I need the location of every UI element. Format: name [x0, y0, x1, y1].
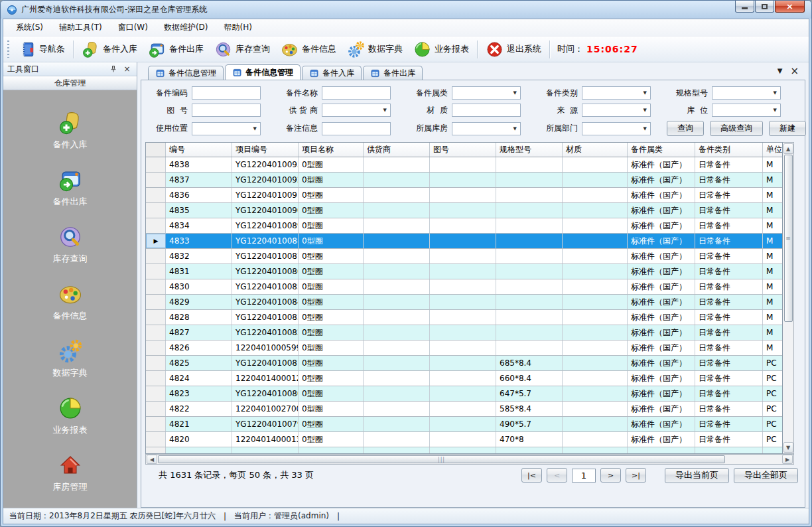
table-row[interactable]: 482012204014000130型圈470*8标准件（国产）日常备件PC	[146, 432, 782, 447]
sidebar-item-spare-out[interactable]: 备件出库	[53, 167, 88, 208]
column-header-spec[interactable]: 规格型号	[496, 143, 563, 157]
export-all-pages-button[interactable]: 导出全部页	[734, 468, 798, 483]
table-row[interactable]: 4827YG122040100820型圈标准件（国产）日常备件M	[146, 325, 782, 340]
new-button[interactable]: 新建	[769, 121, 806, 136]
table-row[interactable]: 4835YG122040100900型圈标准件（国产）日常备件M	[146, 203, 782, 218]
table-row[interactable]: 4837YG122040100920型圈标准件（国产）日常备件M	[146, 173, 782, 188]
row-selector[interactable]	[146, 371, 166, 386]
advanced-query-button[interactable]: 高级查询	[710, 121, 763, 136]
column-header-project_no[interactable]: 项目编号	[232, 143, 299, 157]
column-header-category[interactable]: 备件属类	[628, 143, 695, 157]
table-row[interactable]: 4829YG122040100840型圈标准件（国产）日常备件M	[146, 295, 782, 310]
table-row[interactable]: 4823YG122040100800型圈647*5.7标准件（国产）日常备件PC	[146, 386, 782, 402]
scroll-left-icon[interactable]: ◀	[147, 455, 157, 464]
export-current-page-button[interactable]: 导出当前页	[665, 468, 729, 483]
usage-position-select[interactable]: ▼	[192, 122, 261, 135]
toolbar-grip[interactable]	[7, 40, 9, 58]
first-page-button[interactable]: |<	[521, 468, 542, 483]
pin-icon[interactable]	[107, 64, 119, 74]
menu-item-4[interactable]: 数据维护(D)	[157, 19, 216, 36]
row-pointer-icon[interactable]: ▶	[146, 234, 166, 248]
sidebar-item-data-dict[interactable]: 数据字典	[53, 339, 88, 379]
row-selector[interactable]	[146, 249, 166, 264]
sidebar-item-spare-in[interactable]: 备件入库	[53, 110, 88, 151]
toolbar-spare-out-button[interactable]: 备件出库	[143, 39, 209, 60]
page-number-input[interactable]	[572, 469, 596, 483]
table-row[interactable]: 4828YG122040100830型圈标准件（国产）日常备件M	[146, 310, 782, 325]
menu-item-3[interactable]: 窗口(W)	[111, 19, 155, 36]
department-select[interactable]: ▼	[582, 122, 651, 135]
spare-code-input[interactable]	[192, 86, 261, 100]
column-header-name[interactable]: 项目名称	[299, 143, 364, 157]
table-row[interactable]: 4832YG122040100870型圈标准件（国产）日常备件M	[146, 249, 782, 264]
drawing-no-input[interactable]	[192, 104, 261, 117]
spec-model-select[interactable]: ▼	[712, 86, 781, 100]
prev-page-button[interactable]: <	[547, 468, 567, 483]
toolbar-report-button[interactable]: 业务报表	[408, 39, 474, 60]
spare-type-select[interactable]: ▼	[582, 86, 651, 100]
toolbar-stock-query-button[interactable]: 库存查询	[209, 39, 275, 60]
row-selector[interactable]	[146, 218, 166, 233]
vertical-scrollbar[interactable]: ▲ ≡ ▼	[783, 142, 794, 454]
sidebar-item-spare-info[interactable]: 备件信息	[53, 281, 88, 322]
horizontal-scroll-thumb[interactable]: |||	[158, 455, 725, 463]
row-selector[interactable]	[146, 295, 166, 309]
row-selector[interactable]	[146, 203, 166, 218]
table-row[interactable]: 4831YG122040100860型圈标准件（国产）日常备件M	[146, 264, 782, 279]
table-row[interactable]: 482612204010005990型圈标准件（国产）日常备件M	[146, 340, 782, 356]
sidebar-item-stock-query[interactable]: 库存查询	[53, 224, 88, 265]
row-selector[interactable]	[146, 432, 166, 447]
row-selector[interactable]	[146, 264, 166, 279]
maximize-button[interactable]	[755, 1, 774, 13]
row-selector[interactable]	[146, 157, 166, 172]
toolbar-exit-button[interactable]: 退出系统	[480, 39, 547, 60]
scroll-right-icon[interactable]: ▶	[782, 455, 793, 464]
row-selector[interactable]	[146, 356, 166, 370]
scroll-down-icon[interactable]: ▼	[783, 442, 793, 453]
supplier-select[interactable]: ▼	[322, 104, 391, 117]
row-selector[interactable]	[146, 417, 166, 431]
last-page-button[interactable]: >|	[626, 468, 646, 483]
row-selector[interactable]	[146, 340, 166, 355]
material-input[interactable]	[452, 104, 521, 117]
row-selector[interactable]	[146, 386, 166, 401]
row-selector[interactable]	[146, 173, 166, 187]
table-row[interactable]: 482412204014000120型圈660*8.4标准件（国产）日常备件PC	[146, 371, 782, 386]
minimize-button[interactable]	[735, 1, 754, 13]
spare-category-select[interactable]: ▼	[452, 86, 521, 100]
vertical-scroll-thumb[interactable]: ≡	[784, 155, 793, 322]
table-row[interactable]: 4834YG122040100890型圈标准件（国产）日常备件M	[146, 218, 782, 234]
table-row[interactable]: 4838YG122040100930型圈标准件（国产）日常备件M	[146, 157, 782, 173]
tab-3[interactable]: 备件入库	[302, 66, 362, 80]
spare-name-input[interactable]	[322, 86, 391, 100]
table-row[interactable]: 482212204010027000型圈585*8.4标准件（国产）日常备件PC	[146, 402, 782, 417]
source-select[interactable]: ▼	[582, 104, 651, 117]
toolbar-spare-in-button[interactable]: 备件入库	[76, 39, 143, 60]
scroll-up-icon[interactable]: ▲	[783, 143, 793, 154]
warehouse-select[interactable]: ▼	[452, 122, 521, 135]
table-row[interactable]: ▶4833YG122040100880型圈标准件（国产）日常备件M	[146, 234, 782, 249]
toolbar-data-dict-button[interactable]: 数据字典	[342, 39, 408, 60]
tab-2[interactable]: 备件信息管理	[225, 64, 301, 80]
table-row[interactable]: 4821YG122040100790型圈490*5.7标准件（国产）日常备件PC	[146, 417, 782, 432]
table-row[interactable]: 4836YG122040100910型圈标准件（国产）日常备件M	[146, 188, 782, 203]
menu-item-1[interactable]: 系统(S)	[9, 19, 50, 36]
toolbar-nav-book-button[interactable]: 导航条	[13, 39, 70, 60]
query-button[interactable]: 查询	[667, 121, 704, 136]
row-selector[interactable]	[146, 325, 166, 340]
column-header-material[interactable]: 材质	[563, 143, 628, 157]
remark-input[interactable]	[322, 122, 391, 135]
row-selector[interactable]	[146, 310, 166, 325]
table-row[interactable]: 4825YG122040100810型圈685*8.4标准件（国产）日常备件PC	[146, 356, 782, 371]
row-selector[interactable]	[146, 402, 166, 416]
tab-4[interactable]: 备件出库	[363, 66, 423, 80]
column-header-drawing[interactable]: 图号	[430, 143, 496, 157]
table-row[interactable]: 4830YG122040100850型圈标准件（国产）日常备件M	[146, 279, 782, 295]
next-page-button[interactable]: >	[600, 468, 621, 483]
stock-location-select[interactable]: ▼	[712, 104, 781, 117]
row-selector[interactable]	[146, 188, 166, 202]
toolbar-spare-info-button[interactable]: 备件信息	[275, 39, 342, 60]
sidebar-item-report[interactable]: 业务报表	[53, 396, 88, 436]
sidebar-close-icon[interactable]: ×	[121, 64, 133, 74]
row-selector[interactable]	[146, 279, 166, 294]
